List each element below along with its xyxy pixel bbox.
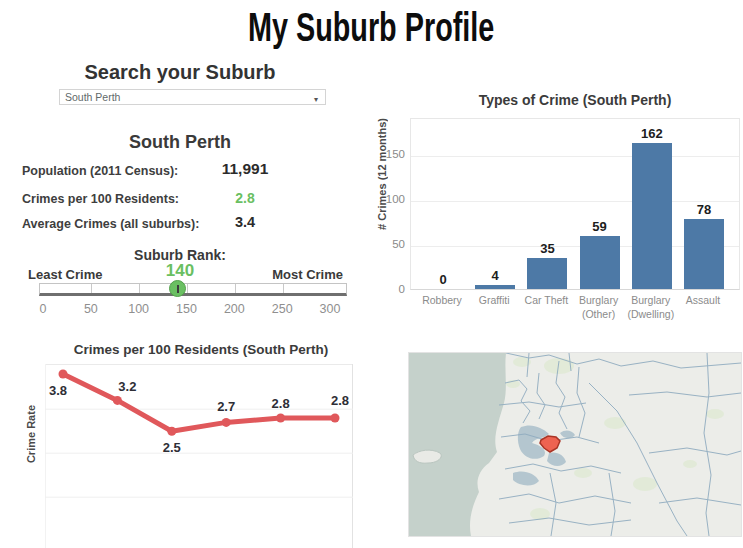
bar-y-tick-label: 150 [378, 148, 405, 160]
bar-gridline [411, 156, 739, 157]
slider-tick-label: 100 [124, 302, 154, 316]
slider-tick-label: 200 [219, 302, 249, 316]
slider-separator [187, 284, 188, 293]
bar-value-label: 4 [470, 268, 520, 283]
line-chart-title: Crimes per 100 Residents (South Perth) [45, 342, 357, 357]
bar-chart-pane: 04355916278 [410, 118, 740, 290]
slider-separator [235, 284, 236, 293]
slider-separator [139, 284, 140, 293]
slider-tick-label: 50 [76, 302, 106, 316]
bar-mark[interactable] [475, 285, 515, 289]
bar-chart-title: Types of Crime (South Perth) [410, 92, 740, 108]
search-heading: Search your Suburb [20, 61, 340, 84]
bar-mark[interactable] [684, 219, 724, 289]
bar-mark[interactable] [632, 143, 672, 289]
bar-y-tick-label: 50 [378, 238, 405, 250]
map-canvas [409, 353, 741, 536]
stat-value-average-crimes: 3.4 [195, 214, 295, 230]
dashboard: My Suburb Profile Search your Suburb Sou… [0, 0, 743, 548]
rank-slider-track[interactable] [39, 283, 347, 296]
bar-value-label: 0 [418, 272, 468, 287]
bar-mark[interactable] [527, 258, 567, 290]
bar-value-label: 59 [575, 219, 625, 234]
bar-chart-x-axis: RobberyGraffitiCar TheftBurglary (Other)… [410, 294, 740, 328]
slider-separator [283, 284, 284, 293]
rank-slider-thumb[interactable] [169, 280, 186, 297]
suburb-dropdown-value: South Perth [65, 91, 120, 103]
slider-separator [91, 284, 92, 293]
bar-chart-y-axis: 050100150 [378, 118, 405, 290]
slider-tick-label: 250 [267, 302, 297, 316]
bar-value-label: 162 [627, 126, 677, 141]
slider-tick-label: 0 [28, 302, 58, 316]
stat-label-population: Population (2011 Census): [22, 164, 178, 178]
bar-y-tick-label: 0 [378, 283, 405, 295]
slider-tick-label: 300 [315, 302, 345, 316]
line-point-mark[interactable] [113, 396, 122, 405]
stat-label-crime-rate: Crimes per 100 Residents: [22, 192, 179, 206]
suburb-map[interactable] [408, 352, 742, 537]
line-point-mark[interactable] [167, 427, 176, 436]
line-chart-pane[interactable] [45, 364, 353, 548]
bar-mark[interactable] [580, 236, 620, 289]
stat-value-population: 11,991 [195, 160, 295, 178]
suburb-dropdown[interactable]: South Perth ▾ [59, 89, 326, 105]
slider-tick-label: 150 [172, 302, 202, 316]
map-island [413, 450, 441, 463]
line-point-mark[interactable] [331, 414, 340, 423]
suburb-name-heading: South Perth [20, 132, 340, 153]
bar-category-label: Assault [671, 294, 735, 308]
bar-value-label: 35 [522, 241, 572, 256]
page-title: My Suburb Profile [0, 4, 743, 49]
line-chart-y-axis-title: Crime Rate [23, 405, 38, 495]
stat-value-crime-rate: 2.8 [195, 190, 295, 206]
rank-least-label: Least Crime [28, 267, 102, 282]
line-series[interactable] [63, 374, 335, 431]
line-point-mark[interactable] [59, 370, 68, 379]
line-point-mark[interactable] [222, 418, 231, 427]
chevron-down-icon: ▾ [314, 93, 318, 107]
bar-y-tick-label: 100 [378, 193, 405, 205]
rank-most-label: Most Crime [253, 267, 343, 282]
bar-value-label: 78 [679, 202, 729, 217]
rank-slider-scale: 050100150200250300 [39, 302, 347, 316]
stat-label-average-crimes: Average Crimes (all suburbs): [22, 217, 199, 231]
line-point-mark[interactable] [276, 414, 285, 423]
